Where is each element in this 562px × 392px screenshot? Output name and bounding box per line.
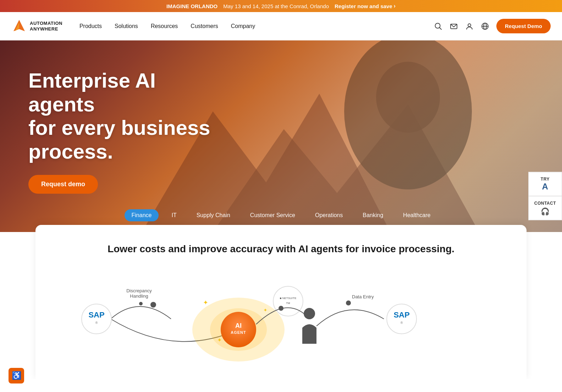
svg-point-12 [376,62,440,133]
hero-section: Enterprise AI agents for every business … [0,40,562,232]
svg-text:SAP: SAP [88,310,104,319]
industry-tabs: Finance IT Supply Chain Customer Service… [0,209,562,221]
svg-point-25 [273,286,303,316]
hero-cta-button[interactable]: Request demo [28,175,98,194]
svg-point-13 [150,302,156,308]
svg-point-30 [346,300,351,305]
user-icon[interactable] [465,22,474,31]
svg-text:Discrepancy: Discrepancy [126,288,152,293]
headset-icon: 🎧 [534,207,556,216]
tab-it[interactable]: IT [164,209,183,221]
nav-item-customers[interactable]: Customers [191,23,218,29]
nav-item-resources[interactable]: Resources [151,23,178,29]
svg-point-16 [139,302,143,305]
svg-point-28 [279,306,283,311]
event-name: IMAGINE ORLANDO [166,3,217,9]
nav-item-company[interactable]: Company [231,23,255,29]
main-nav: Products Solutions Resources Customers C… [79,23,434,29]
svg-text:✦: ✦ [203,299,208,306]
svg-text:SAP: SAP [393,310,409,319]
tab-healthcare[interactable]: Healthcare [396,209,437,221]
svg-text:✦: ✦ [263,307,268,313]
contact-widget-button[interactable]: CONTACT 🎧 [528,196,562,220]
svg-line-3 [439,27,441,29]
event-date: May 13 and 14, 2025 at the Conrad, Orlan… [223,3,329,9]
nav-item-solutions[interactable]: Solutions [115,23,138,29]
svg-text:®: ® [95,321,98,325]
search-icon[interactable] [434,22,442,31]
contact-label: CONTACT [534,201,556,206]
accessibility-icon: ♿ [12,371,21,379]
tab-banking[interactable]: Banking [356,209,390,221]
mail-icon[interactable] [450,22,458,31]
tab-supply-chain[interactable]: Supply Chain [189,209,237,221]
nav-item-products[interactable]: Products [79,23,102,29]
tab-finance[interactable]: Finance [125,209,159,221]
tab-operations[interactable]: Operations [308,209,350,221]
try-widget-button[interactable]: TRY A [528,172,562,196]
svg-point-22 [221,312,256,347]
logo-icon [11,18,27,34]
register-link[interactable]: Register now and save › [335,3,396,9]
top-banner: IMAGINE ORLANDO May 13 and 14, 2025 at t… [0,0,562,12]
svg-point-5 [468,24,471,27]
svg-text:Data Entry: Data Entry [352,294,374,299]
diagram-svg: Discrepancy Handling ✦ ✦ ✦ AI AGENT [64,273,498,365]
content-card-title: Lower costs and improve accuracy with AI… [64,242,498,256]
try-label: TRY [541,176,550,181]
header: AUTOMATION ANYWHERE Products Solutions R… [0,12,562,40]
side-widget: TRY A CONTACT 🎧 [528,172,562,220]
process-diagram: Discrepancy Handling ✦ ✦ ✦ AI AGENT [64,273,498,365]
globe-icon[interactable] [481,22,489,31]
svg-text:Handling: Handling [130,293,148,299]
nav-actions: Request Demo [434,19,551,33]
svg-text:AI: AI [235,322,242,329]
svg-text:TM: TM [286,302,290,305]
request-demo-button[interactable]: Request Demo [496,19,551,33]
svg-text:✦: ✦ [217,337,222,343]
register-text: Register now and save [335,3,392,9]
logo-text: AUTOMATION ANYWHERE [30,21,62,32]
accessibility-widget[interactable]: ♿ [9,368,24,379]
tab-customer-service[interactable]: Customer Service [243,209,302,221]
svg-text:®: ® [401,321,403,325]
svg-point-29 [304,308,315,319]
hero-title: Enterprise AI agents for every business … [28,69,220,164]
logo[interactable]: AUTOMATION ANYWHERE [11,18,62,34]
svg-text:AGENT: AGENT [231,330,246,335]
hero-content: Enterprise AI agents for every business … [0,40,248,208]
svg-text:■ NETSUITE: ■ NETSUITE [280,297,297,300]
content-card: Lower costs and improve accuracy with AI… [35,225,527,379]
register-arrow: › [394,3,396,9]
try-letter: A [534,181,556,192]
